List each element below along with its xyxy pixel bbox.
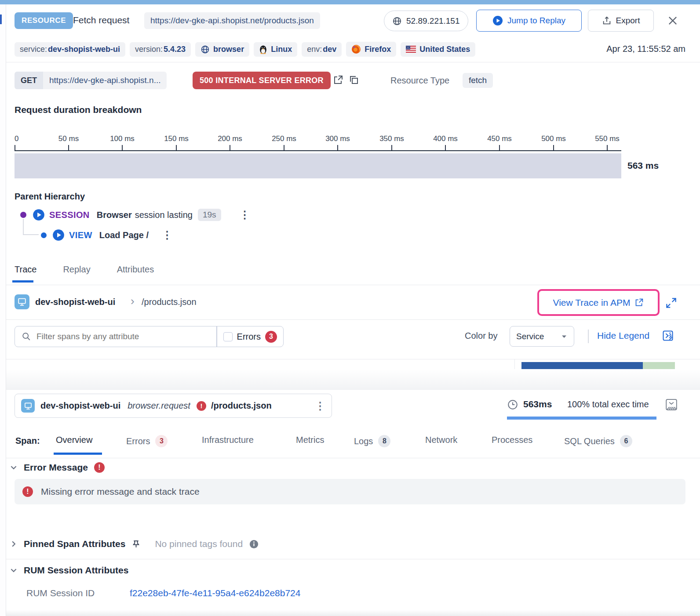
tab-attributes[interactable]: Attributes	[117, 265, 154, 275]
tag-version[interactable]: version:5.4.23	[130, 42, 191, 57]
tag-service[interactable]: service:dev-shopist-web-ui	[15, 42, 125, 57]
span-operation: browser.request	[128, 401, 190, 411]
breadcrumb-resource[interactable]: /products.json	[142, 297, 197, 307]
rum-attributes-header[interactable]: RUM Session Attributes	[10, 565, 128, 576]
resource-type-value[interactable]: fetch	[463, 73, 493, 88]
info-icon[interactable]	[249, 539, 259, 549]
resource-url-pill[interactable]: https://dev-gke-api.shopist.net/products…	[144, 12, 320, 29]
tag-env[interactable]: env:dev	[302, 42, 342, 57]
hide-legend-link[interactable]: Hide Legend	[597, 330, 649, 341]
error-message-header[interactable]: Error Message !	[10, 462, 105, 473]
axis-tick-mark	[337, 145, 338, 150]
resource-type-label: Resource Type	[390, 76, 449, 86]
export-button[interactable]: Export	[588, 10, 654, 32]
axis-tick-label: 550 ms	[595, 134, 620, 143]
tabs-divider	[6, 285, 700, 285]
copy-icon[interactable]	[349, 75, 359, 85]
tag-os[interactable]: Linux	[254, 42, 297, 57]
duration-axis: 050 ms100 ms150 ms200 ms250 ms300 ms350 …	[15, 134, 621, 151]
axis-tick-label: 200 ms	[218, 134, 242, 143]
tab-replay[interactable]: Replay	[63, 265, 90, 275]
span-tab-logs[interactable]: Logs 8	[354, 435, 390, 447]
resource-detail-panel: RESOURCE Fetch request https://dev-gke-a…	[0, 0, 700, 616]
hide-legend-icon[interactable]	[662, 330, 674, 342]
span-tab-sql-queries[interactable]: SQL Queries 6	[564, 435, 632, 447]
tag-value: 5.4.23	[164, 45, 186, 54]
tags-row: service:dev-shopist-web-ui version:5.4.2…	[15, 42, 475, 57]
session-kebab-icon[interactable]: ⋮	[240, 210, 250, 220]
close-icon[interactable]	[667, 14, 679, 27]
tab-trace[interactable]: Trace	[15, 265, 36, 275]
span-tab-errors[interactable]: Errors 3	[126, 435, 168, 447]
chevron-down-icon[interactable]	[10, 566, 18, 574]
errors-checkbox[interactable]	[223, 332, 233, 341]
chevron-right-icon[interactable]	[10, 540, 18, 548]
jump-to-replay-label: Jump to Replay	[507, 16, 565, 25]
span-tab-infrastructure[interactable]: Infrastructure	[202, 435, 254, 445]
axis-tick-mark	[391, 145, 392, 150]
linux-icon	[259, 45, 267, 54]
play-circle-icon[interactable]	[52, 229, 65, 241]
span-kebab-icon[interactable]: ⋮	[315, 401, 325, 411]
tag-country[interactable]: United States	[401, 42, 475, 57]
request-method-url: GET https://dev-gke-api.shopist.n...	[15, 72, 167, 89]
waterfall-fade	[6, 369, 700, 389]
rum-session-id-value[interactable]: f22e28eb-47fe-4e11-95a4-e624b2e8b724	[130, 588, 300, 598]
span-duration: 563ms	[523, 399, 552, 409]
expand-icon[interactable]	[665, 297, 677, 309]
breadcrumb-service[interactable]: dev-shopist-web-ui	[35, 297, 115, 307]
breadcrumb-divider	[6, 319, 700, 320]
session-dot	[20, 212, 26, 218]
session-row[interactable]: SESSION Browser session lasting 19s ⋮	[20, 207, 250, 222]
view-trace-in-apm-link[interactable]: View Trace in APM	[553, 297, 631, 308]
pinned-attributes-header[interactable]: Pinned Span Attributes No pinned tags fo…	[10, 539, 259, 549]
filter-spans-input[interactable]	[36, 332, 216, 341]
axis-tick-mark	[15, 145, 15, 150]
span-header-card[interactable]: dev-shopist-web-ui browser.request ! /pr…	[15, 394, 332, 418]
tag-prefix: env:	[307, 45, 322, 54]
color-by-select[interactable]: Service	[510, 326, 574, 347]
session-duration-pill: 19s	[198, 209, 221, 221]
panel-title: Fetch request	[73, 15, 129, 25]
collapse-panel-icon[interactable]	[665, 398, 678, 411]
open-in-new-icon[interactable]	[333, 75, 343, 85]
axis-tick-label: 150 ms	[164, 134, 189, 143]
span-service: dev-shopist-web-ui	[40, 401, 120, 411]
axis-tick-mark	[553, 145, 554, 150]
chevron-down-icon[interactable]	[10, 464, 18, 471]
tag-browser[interactable]: browser	[195, 42, 249, 57]
open-in-new-icon[interactable]	[634, 298, 644, 307]
axis-tick-label: 0	[15, 134, 18, 143]
pinned-divider	[6, 559, 700, 559]
axis-tick-label: 50 ms	[58, 134, 79, 143]
duration-bar[interactable]	[15, 153, 621, 178]
axis-tick-mark	[122, 145, 123, 150]
tag-browser-name[interactable]: Firefox	[346, 42, 396, 57]
span-tab-network[interactable]: Network	[425, 435, 457, 445]
axis-tick-label: 350 ms	[379, 134, 404, 143]
axis-tick-mark	[607, 145, 608, 150]
legend-separator	[588, 330, 589, 343]
span-tab-metrics[interactable]: Metrics	[296, 435, 324, 445]
waterfall-span-bar[interactable]	[521, 362, 675, 370]
span-tab-overview[interactable]: Overview	[56, 435, 92, 445]
tag-value: Linux	[271, 45, 292, 54]
span-tab-processes[interactable]: Processes	[492, 435, 532, 445]
view-dot	[41, 232, 47, 238]
main-tabs: Trace Replay Attributes	[15, 265, 154, 275]
resource-url: https://dev-gke-api.shopist.net/products…	[150, 16, 314, 25]
axis-tick-label: 300 ms	[325, 134, 350, 143]
monitor-icon	[17, 297, 27, 307]
error-message-text: Missing error message and stack trace	[41, 486, 200, 497]
view-badge: VIEW	[69, 230, 92, 240]
chevron-down-icon	[561, 333, 568, 340]
ip-pill[interactable]: 52.89.221.151	[384, 11, 468, 31]
jump-to-replay-button[interactable]: Jump to Replay	[476, 10, 582, 32]
tag-value: Firefox	[365, 45, 391, 54]
play-circle-icon[interactable]	[33, 209, 45, 221]
view-row[interactable]: VIEW Load Page / ⋮	[41, 228, 172, 243]
axis-tick-mark	[68, 145, 69, 150]
errors-filter[interactable]: Errors 3	[217, 326, 283, 347]
request-url-truncated[interactable]: https://dev-gke-api.shopist.n...	[43, 72, 167, 89]
view-kebab-icon[interactable]: ⋮	[162, 230, 172, 240]
